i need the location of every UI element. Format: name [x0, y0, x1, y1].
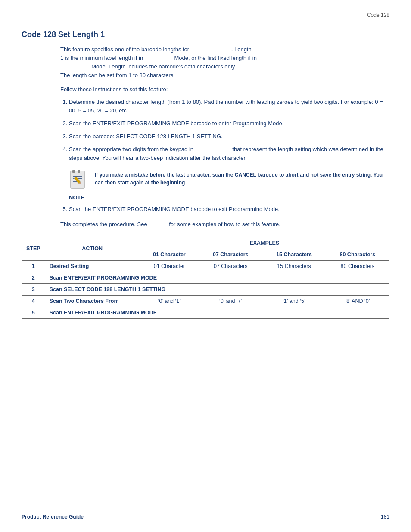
row2-action: Scan ENTER/EXIT PROGRAMMING MODE [45, 272, 389, 283]
header-divider [22, 21, 389, 21]
row1-action: Desired Setting [45, 260, 140, 272]
page-footer: Product Reference Guide 181 [22, 510, 389, 520]
col-header-step: STEP [22, 237, 45, 260]
table-row: 5 Scan ENTER/EXIT PROGRAMMING MODE [22, 307, 389, 318]
row4-ex3: ‘1’ and ‘5’ [262, 295, 326, 307]
table-row: 1 Desired Setting 01 Character 07 Charac… [22, 260, 389, 272]
table-row: 2 Scan ENTER/EXIT PROGRAMMING MODE [22, 272, 389, 283]
example-col-1: 01 Character [140, 249, 199, 260]
page: Code 128 Code 128 Set Length 1 This feat… [0, 0, 411, 532]
table-row: 4 Scan Two Characters From ‘0’ and ‘1’ ‘… [22, 295, 389, 307]
row3-step: 3 [22, 283, 45, 295]
intro-line4: The length can be set from 1 to 80 chara… [60, 72, 175, 78]
intro-paragraph: This feature specifies one of the barcod… [60, 45, 389, 80]
row4-ex4: ‘8’ AND ‘0’ [326, 295, 389, 307]
intro-line2: 1 is the minimum label length if in Mode… [60, 55, 257, 61]
completes-text: This completes the procedure. See for so… [60, 221, 389, 227]
step-1: Determine the desired character length (… [69, 98, 389, 115]
row4-action: Scan Two Characters From [45, 295, 140, 307]
header-label: Code 128 [367, 12, 389, 18]
row4-ex1: ‘0’ and ‘1’ [140, 295, 199, 307]
col-header-examples: EXAMPLES [140, 237, 389, 249]
row5-step: 5 [22, 307, 45, 318]
step-2: Scan the ENTER/EXIT PROGRAMMING MODE bar… [69, 119, 389, 128]
row1-ex4: 80 Characters [326, 260, 389, 272]
main-content: Code 128 Set Length 1 This feature speci… [22, 30, 389, 332]
section-title: Code 128 Set Length 1 [22, 30, 389, 39]
step-5: Scan the ENTER/EXIT PROGRAMMING MODE bar… [69, 205, 389, 214]
procedure-table: STEP ACTION EXAMPLES 01 Character 07 Cha… [22, 237, 389, 319]
example-col-3: 15 Characters [262, 249, 326, 260]
example-col-4: 80 Characters [326, 249, 389, 260]
col-header-action: ACTION [45, 237, 140, 260]
step-3: Scan the barcode: SELECT CODE 128 LENGTH… [69, 132, 389, 141]
row3-action: Scan SELECT CODE 128 LENGTH 1 SETTING [45, 283, 389, 295]
row4-step: 4 [22, 295, 45, 307]
row4-ex2: ‘0’ and ‘7’ [199, 295, 262, 307]
example-col-2: 07 Characters [199, 249, 262, 260]
note-label: NOTE [69, 194, 389, 201]
row1-ex3: 15 Characters [262, 260, 326, 272]
row5-action: Scan ENTER/EXIT PROGRAMMING MODE [45, 307, 389, 318]
svg-rect-1 [72, 170, 75, 173]
row1-ex1: 01 Character [140, 260, 199, 272]
row1-step: 1 [22, 260, 45, 272]
table-row: 3 Scan SELECT CODE 128 LENGTH 1 SETTING [22, 283, 389, 295]
follow-text: Follow these instructions to set this fe… [60, 86, 389, 93]
footer-page-number: 181 [381, 514, 389, 520]
note-icon [69, 169, 88, 191]
footer-title: Product Reference Guide [22, 514, 84, 520]
row1-ex2: 07 Characters [199, 260, 262, 272]
note-text: If you make a mistake before the last ch… [95, 169, 389, 187]
svg-rect-2 [78, 170, 80, 173]
row2-step: 2 [22, 272, 45, 283]
intro-line1: This feature specifies one of the barcod… [60, 46, 252, 53]
instructions-list: Determine the desired character length (… [69, 98, 389, 163]
step5-list: Scan the ENTER/EXIT PROGRAMMING MODE bar… [69, 205, 389, 214]
note-box: If you make a mistake before the last ch… [69, 169, 389, 191]
intro-line3: Mode. Length includes the barcode’s data… [60, 63, 236, 70]
step-4: Scan the appropriate two digits from the… [69, 145, 389, 162]
page-header: Code 128 [367, 12, 389, 18]
